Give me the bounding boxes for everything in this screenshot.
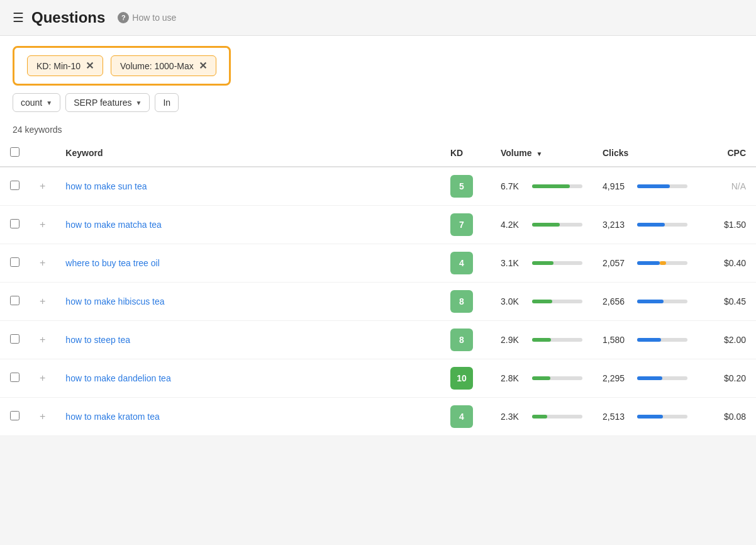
help-button[interactable]: ? How to use bbox=[113, 9, 181, 26]
volume-cell: 6.7K bbox=[501, 181, 582, 191]
volume-cell: 2.8K bbox=[501, 373, 582, 383]
table-row: +how to make matcha tea7 4.2K 3,213 $1.5… bbox=[0, 206, 756, 244]
clicks-value: 2,057 bbox=[603, 258, 631, 268]
keyword-link[interactable]: how to make hibiscus tea bbox=[65, 296, 164, 306]
clicks-cell: 2,656 bbox=[603, 296, 696, 306]
kd-badge: 4 bbox=[450, 405, 473, 428]
kd-col-header: KD bbox=[440, 140, 491, 167]
kd-badge: 8 bbox=[450, 290, 473, 313]
volume-filter-remove[interactable]: ✕ bbox=[199, 60, 207, 72]
add-keyword-button[interactable]: + bbox=[40, 219, 45, 230]
clicks-value: 2,513 bbox=[603, 412, 631, 422]
table-row: +how to make sun tea5 6.7K 4,915 N/A bbox=[0, 167, 756, 206]
volume-value: 2.8K bbox=[501, 373, 526, 383]
cpc-value: $0.20 bbox=[724, 373, 746, 383]
header: ☰ Questions ? How to use bbox=[0, 0, 756, 36]
volume-cell: 3.0K bbox=[501, 296, 582, 306]
add-keyword-button[interactable]: + bbox=[40, 334, 45, 345]
volume-bar bbox=[532, 338, 582, 342]
volume-col-header[interactable]: Volume ▼ bbox=[491, 140, 592, 167]
volume-bar bbox=[532, 415, 582, 419]
clicks-cell: 2,295 bbox=[603, 373, 696, 383]
count-arrow-icon: ▼ bbox=[46, 99, 52, 106]
row-checkbox-3[interactable] bbox=[10, 296, 19, 305]
hamburger-icon[interactable]: ☰ bbox=[13, 10, 24, 25]
volume-filter-chip[interactable]: Volume: 1000-Max ✕ bbox=[111, 55, 216, 76]
extra-filters: count ▼ SERP features ▼ In bbox=[0, 93, 756, 120]
clicks-cell: 2,513 bbox=[603, 412, 696, 422]
kd-filter-chip[interactable]: KD: Min-10 ✕ bbox=[27, 55, 103, 76]
in-label: In bbox=[163, 98, 170, 108]
kd-badge: 4 bbox=[450, 252, 473, 274]
keyword-link[interactable]: how to make kratom tea bbox=[65, 412, 159, 422]
volume-sort-icon: ▼ bbox=[536, 150, 542, 157]
volume-value: 3.0K bbox=[501, 296, 526, 306]
volume-value: 4.2K bbox=[501, 220, 526, 230]
add-keyword-button[interactable]: + bbox=[40, 257, 45, 268]
clicks-bar bbox=[637, 376, 687, 380]
add-keyword-button[interactable]: + bbox=[40, 373, 45, 383]
keywords-table: Keyword KD Volume ▼ Clicks CPC +how to m… bbox=[0, 140, 756, 436]
cpc-value: $0.45 bbox=[724, 296, 746, 306]
volume-cell: 3.1K bbox=[501, 258, 582, 268]
volume-cell: 2.9K bbox=[501, 335, 582, 345]
volume-bar bbox=[532, 300, 582, 303]
row-checkbox-2[interactable] bbox=[10, 257, 19, 267]
clicks-value: 4,915 bbox=[603, 181, 631, 191]
kd-badge: 5 bbox=[450, 175, 473, 198]
cpc-value: $0.08 bbox=[724, 412, 746, 422]
clicks-value: 2,656 bbox=[603, 296, 631, 306]
add-keyword-button[interactable]: + bbox=[40, 296, 45, 306]
kd-badge: 10 bbox=[450, 367, 473, 390]
add-keyword-button[interactable]: + bbox=[40, 411, 45, 422]
cpc-value: $2.00 bbox=[724, 335, 746, 345]
page-title: Questions bbox=[31, 9, 105, 26]
volume-cell: 2.3K bbox=[501, 412, 582, 422]
clicks-bar bbox=[637, 415, 687, 419]
clicks-cell: 1,580 bbox=[603, 335, 696, 345]
serp-arrow-icon: ▼ bbox=[136, 99, 142, 106]
cpc-value: $0.40 bbox=[724, 258, 746, 268]
clicks-cell: 4,915 bbox=[603, 181, 696, 191]
cpc-value: $1.50 bbox=[724, 220, 746, 230]
keyword-count: 24 keywords bbox=[0, 120, 756, 140]
keyword-link[interactable]: how to make dandelion tea bbox=[65, 373, 170, 383]
volume-bar bbox=[532, 184, 582, 188]
count-label: count bbox=[21, 98, 42, 108]
volume-value: 2.9K bbox=[501, 335, 526, 345]
row-checkbox-1[interactable] bbox=[10, 219, 19, 228]
clicks-value: 2,295 bbox=[603, 373, 631, 383]
table-row: +where to buy tea tree oil4 3.1K 2,057 $… bbox=[0, 244, 756, 283]
clicks-bar bbox=[637, 300, 687, 303]
filters-bar: KD: Min-10 ✕ Volume: 1000-Max ✕ bbox=[13, 46, 231, 86]
row-checkbox-4[interactable] bbox=[10, 334, 19, 344]
select-all-checkbox[interactable] bbox=[10, 147, 19, 157]
table-row: +how to make dandelion tea10 2.8K 2,295 … bbox=[0, 359, 756, 398]
table-row: +how to steep tea8 2.9K 1,580 $2.00 bbox=[0, 321, 756, 359]
row-checkbox-0[interactable] bbox=[10, 181, 19, 190]
cpc-value: N/A bbox=[731, 181, 746, 191]
volume-bar bbox=[532, 261, 582, 265]
keyword-link[interactable]: how to make matcha tea bbox=[65, 220, 162, 230]
volume-cell: 4.2K bbox=[501, 220, 582, 230]
clicks-bar bbox=[637, 261, 687, 265]
count-dropdown[interactable]: count ▼ bbox=[13, 93, 60, 112]
row-checkbox-5[interactable] bbox=[10, 373, 19, 382]
volume-bar bbox=[532, 376, 582, 380]
in-dropdown[interactable]: In bbox=[155, 93, 179, 112]
keyword-link[interactable]: where to buy tea tree oil bbox=[65, 258, 159, 268]
kd-filter-remove[interactable]: ✕ bbox=[86, 60, 94, 72]
serp-features-dropdown[interactable]: SERP features ▼ bbox=[65, 93, 150, 112]
row-checkbox-6[interactable] bbox=[10, 411, 19, 420]
help-label: How to use bbox=[132, 13, 176, 23]
keyword-link[interactable]: how to make sun tea bbox=[65, 181, 147, 191]
clicks-value: 3,213 bbox=[603, 220, 631, 230]
kd-filter-label: KD: Min-10 bbox=[36, 61, 81, 71]
volume-bar bbox=[532, 223, 582, 227]
serp-features-label: SERP features bbox=[74, 98, 131, 108]
keyword-link[interactable]: how to steep tea bbox=[65, 335, 130, 345]
clicks-bar bbox=[637, 338, 687, 342]
table-row: +how to make hibiscus tea8 3.0K 2,656 $0… bbox=[0, 283, 756, 321]
add-keyword-button[interactable]: + bbox=[40, 181, 45, 191]
keyword-col-header: Keyword bbox=[55, 140, 440, 167]
